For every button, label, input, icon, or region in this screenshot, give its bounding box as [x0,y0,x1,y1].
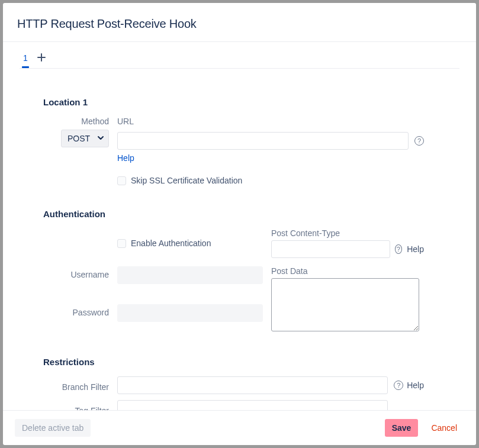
enable-auth-row: Enable Authentication [117,228,271,258]
modal-header: HTTP Request Post-Receive Hook [3,3,476,42]
footer-actions: Save Cancel [385,419,464,437]
skip-ssl-label: Skip SSL Certificate Validation [131,176,242,185]
content-type-cell: Post Content-Type ? Help [271,228,424,258]
tag-filter-label: Tag Filter [20,402,117,410]
post-data-label: Post Data [271,266,424,276]
section-title-restrict: Restrictions [43,357,459,367]
add-tab-button[interactable] [37,53,46,68]
branch-filter-help: ? Help [394,381,424,390]
tabs-bar: 1 [20,53,459,69]
modal-title: HTTP Request Post-Receive Hook [17,17,462,31]
cancel-button[interactable]: Cancel [424,419,464,437]
modal-footer: Delete active tab Save Cancel [3,410,476,445]
url-field-cell: URL ? Help Skip SSL Certificate Validati… [117,117,424,185]
branch-help-label: Help [407,381,424,390]
method-select[interactable]: POST [61,130,109,147]
location-form: Method POST URL ? Help [20,117,459,185]
branch-filter-input[interactable] [117,376,388,394]
modal-dialog: HTTP Request Post-Receive Hook 1 Locatio… [3,3,476,445]
help-icon[interactable]: ? [414,136,424,146]
content-type-row: ? Help [271,240,424,258]
url-help-link[interactable]: Help [117,153,424,163]
username-label: Username [20,266,117,296]
content-type-label: Post Content-Type [271,228,424,238]
post-data-cell: Post Data [271,266,424,333]
password-input[interactable] [117,304,263,322]
delete-tab-button[interactable]: Delete active tab [15,419,91,437]
url-label: URL [117,117,424,126]
username-cell [117,266,271,296]
save-button[interactable]: Save [385,419,419,437]
auth-form: Enable Authentication Post Content-Type … [20,228,459,333]
tag-filter-input[interactable] [117,400,388,410]
post-data-textarea[interactable] [271,278,419,331]
password-label: Password [20,304,117,334]
method-select-wrap: POST [61,130,109,147]
content-type-input[interactable] [271,240,390,258]
content-type-help: Help [407,244,424,254]
url-input[interactable] [117,132,409,150]
method-label: Method POST [20,117,117,147]
enable-auth-label: Enable Authentication [131,238,211,248]
help-icon[interactable]: ? [395,244,403,254]
skip-ssl-row: Skip SSL Certificate Validation [117,176,424,185]
password-cell [117,304,271,334]
url-row: ? [117,132,424,150]
restrict-form: Branch Filter ? Help Tag Filter User Fil… [20,376,459,410]
skip-ssl-checkbox[interactable] [117,176,126,185]
section-title-auth: Authentication [43,209,459,219]
section-title-location: Location 1 [43,97,459,107]
tab-1[interactable]: 1 [22,53,29,67]
username-input[interactable] [117,266,263,284]
enable-auth-checkbox[interactable] [117,239,126,248]
modal-body: 1 Location 1 Method POST URL [3,42,476,410]
branch-filter-label: Branch Filter [20,379,117,392]
method-label-text: Method [20,117,109,126]
plus-icon [37,53,46,62]
help-icon[interactable]: ? [394,381,403,390]
